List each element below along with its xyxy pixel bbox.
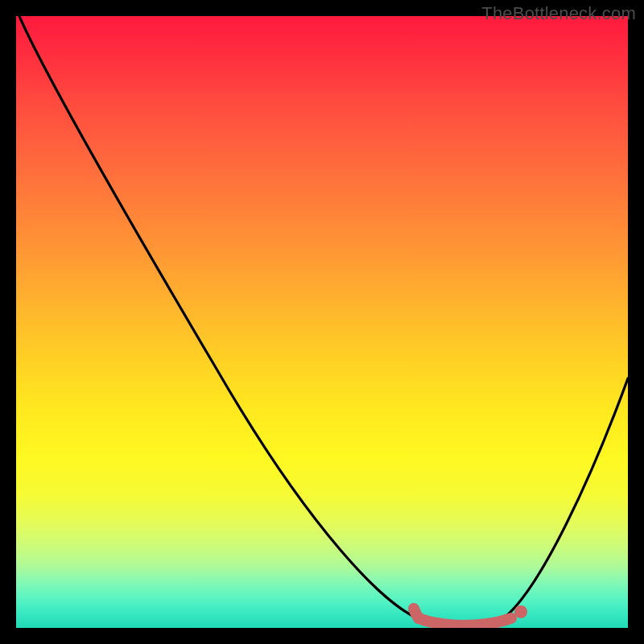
recommended-range-left-hook [414, 609, 419, 618]
curve-right-arm [499, 378, 628, 621]
plot-area [16, 16, 628, 628]
watermark-text: TheBottleneck.com [481, 3, 636, 24]
chart-frame: TheBottleneck.com [0, 0, 644, 644]
curve-left-arm [19, 16, 427, 621]
recommended-range-marker [419, 618, 511, 625]
recommended-point-dot [514, 605, 527, 618]
bottleneck-curve [16, 16, 628, 628]
